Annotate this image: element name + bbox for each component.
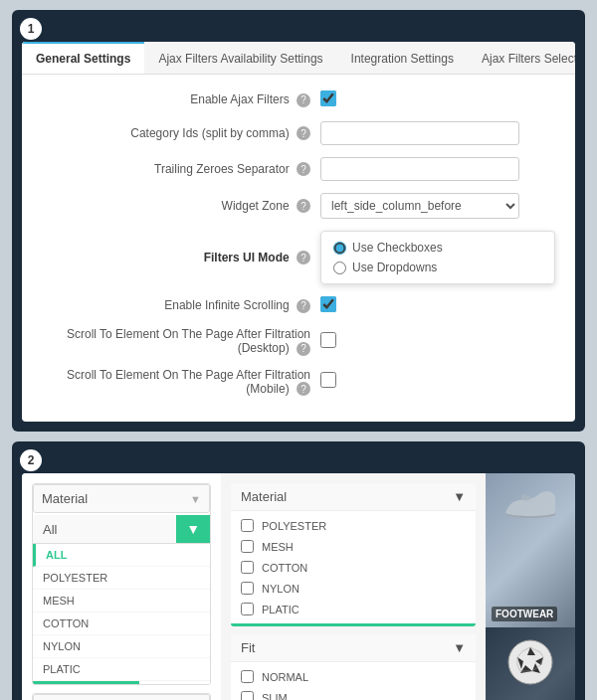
material-cb-polyester: POLYESTER [231, 515, 476, 536]
fit-checkbox-block: Fit ▼ NORMAL SLIM [231, 634, 476, 700]
fit-checkbox-list: NORMAL SLIM [231, 662, 476, 700]
section2-container: 2 Material ▼ All ▼ ALL POLYESTER [12, 441, 585, 700]
step1-badge: 1 [20, 18, 42, 40]
material-cb-platic: PLATIC [231, 599, 476, 619]
scroll-mobile-label: Scroll To Element On The Page After Filt… [42, 368, 320, 397]
settings-form: Enable Ajax Filters ? Category Ids (spli… [22, 75, 575, 412]
trailing-zeroes-control [320, 157, 555, 181]
material-dropdown-items: ALL POLYESTER MESH COTTON NYLON PLATIC [33, 544, 210, 684]
scroll-desktop-row: Scroll To Element On The Page After Filt… [42, 321, 555, 362]
material-checkbox-block: Material ▼ POLYESTER MESH [231, 483, 476, 626]
filters-ui-control: Use Checkboxes Use Dropdowns [320, 231, 555, 284]
fit-checkbox-chevron: ▼ [453, 640, 466, 655]
infinite-scrolling-help-icon[interactable]: ? [297, 299, 310, 313]
trailing-zeroes-input[interactable] [320, 157, 519, 181]
scroll-mobile-control [320, 372, 555, 391]
fit-cb-slim: SLIM [231, 687, 476, 700]
category-ids-help-icon[interactable]: ? [297, 126, 310, 140]
right-panel: Material ▼ POLYESTER MESH [221, 473, 486, 700]
tab-ajax-selectors[interactable]: Ajax Filters Selectors Settings [468, 42, 575, 74]
category-ids-label: Category Ids (split by comma) ? [42, 126, 320, 141]
material-item-mesh[interactable]: MESH [33, 590, 210, 612]
use-dropdowns-radio[interactable] [333, 262, 346, 274]
trailing-zeroes-help-icon[interactable]: ? [297, 162, 310, 176]
filters-ui-label: Filters UI Mode ? [42, 251, 320, 265]
infinite-scrolling-row: Enable Infinite Scrolling ? [42, 290, 555, 321]
use-dropdowns-row: Use Dropdowns [333, 258, 542, 277]
widget-zone-select[interactable]: left_side_column_before [320, 193, 519, 219]
scroll-mobile-row: Scroll To Element On The Page After Filt… [42, 362, 555, 403]
svg-point-0 [508, 640, 552, 684]
tab-integration[interactable]: Integration Settings [337, 42, 468, 74]
widget-zone-control: left_side_column_before [320, 193, 555, 219]
material-dropdown-btn[interactable]: ▼ [176, 515, 210, 543]
footwear-image-block: FOOTWEAR [486, 473, 575, 627]
material-green-line [33, 681, 139, 684]
enable-ajax-control [320, 90, 555, 109]
balls-image-block: BALLS [486, 627, 575, 700]
material-item-nylon[interactable]: NYLON [33, 635, 210, 658]
material-cb-polyester-input[interactable] [241, 519, 254, 532]
fit-cb-normal-input[interactable] [241, 670, 254, 683]
filters-ui-row: Filters UI Mode ? Use Checkboxes Use Dro… [42, 225, 555, 290]
use-checkboxes-radio[interactable] [333, 242, 346, 255]
section2-inner: Material ▼ All ▼ ALL POLYESTER MESH COTT… [22, 473, 575, 700]
widget-zone-row: Widget Zone ? left_side_column_before [42, 187, 555, 225]
scroll-desktop-label: Scroll To Element On The Page After Filt… [42, 327, 320, 356]
infinite-scrolling-checkbox[interactable] [320, 296, 336, 312]
material-checkbox-chevron: ▼ [453, 489, 466, 504]
infinite-scrolling-control [320, 296, 555, 315]
tab-ajax-availability[interactable]: Ajax Filters Availability Settings [144, 42, 336, 74]
far-right-panel: FOOTWEAR BALLS [486, 473, 575, 700]
enable-ajax-row: Enable Ajax Filters ? [42, 85, 555, 115]
shoe-icon [500, 478, 560, 528]
tab-general-settings[interactable]: General Settings [22, 42, 144, 74]
fit-cb-normal: NORMAL [231, 666, 476, 687]
scroll-desktop-checkbox[interactable] [320, 332, 336, 348]
fit-cb-slim-input[interactable] [241, 691, 254, 700]
trailing-zeroes-row: Trailing Zeroes Separator ? [42, 151, 555, 187]
filters-ui-help-icon[interactable]: ? [297, 251, 310, 264]
material-checkbox-list: POLYESTER MESH COTTON NYLON [231, 511, 476, 626]
material-checkbox-header[interactable]: Material ▼ [231, 483, 476, 511]
left-panel: Material ▼ All ▼ ALL POLYESTER MESH COTT… [22, 473, 221, 700]
category-ids-row: Category Ids (split by comma) ? [42, 115, 555, 151]
enable-ajax-checkbox[interactable] [320, 90, 336, 106]
material-cb-nylon: NYLON [231, 578, 476, 599]
use-checkboxes-row: Use Checkboxes [333, 238, 542, 258]
material-filter-header[interactable]: Material ▼ [33, 484, 210, 513]
fit-filter-header[interactable]: Fit ▼ [33, 694, 210, 700]
material-cb-nylon-input[interactable] [241, 582, 254, 595]
material-item-platic[interactable]: PLATIC [33, 658, 210, 681]
material-selected-text: All [33, 516, 176, 543]
step2-badge: 2 [20, 449, 42, 471]
trailing-zeroes-label: Trailing Zeroes Separator ? [42, 162, 320, 177]
fit-checkbox-header[interactable]: Fit ▼ [231, 634, 476, 662]
material-cb-platic-input[interactable] [241, 603, 254, 615]
widget-zone-label: Widget Zone ? [42, 199, 320, 214]
scroll-desktop-control [320, 332, 555, 351]
material-cb-mesh-input[interactable] [241, 540, 254, 553]
material-cb-cotton: COTTON [231, 557, 476, 578]
material-item-cotton[interactable]: COTTON [33, 612, 210, 635]
footwear-label: FOOTWEAR [492, 607, 557, 621]
scroll-desktop-help-icon[interactable]: ? [297, 342, 310, 356]
ball-icon [505, 637, 555, 687]
widget-zone-help-icon[interactable]: ? [297, 199, 310, 213]
material-item-all[interactable]: ALL [33, 544, 210, 567]
material-selected-row: All ▼ [33, 515, 210, 544]
category-ids-control [320, 121, 555, 145]
infinite-scrolling-label: Enable Infinite Scrolling ? [42, 298, 320, 313]
material-chevron-icon: ▼ [190, 493, 201, 505]
material-cb-cotton-input[interactable] [241, 561, 254, 574]
material-cb-mesh: MESH [231, 536, 476, 557]
fit-dropdown: Fit ▼ All ▼ [32, 693, 211, 700]
filters-ui-radio-group: Use Checkboxes Use Dropdowns [320, 231, 555, 284]
scroll-mobile-help-icon[interactable]: ? [297, 382, 310, 396]
enable-ajax-help-icon[interactable]: ? [297, 93, 310, 107]
section1-inner: General Settings Ajax Filters Availabili… [22, 42, 575, 422]
material-item-polyester[interactable]: POLYESTER [33, 567, 210, 590]
material-dropdown-open: Material ▼ All ▼ ALL POLYESTER MESH COTT… [32, 483, 211, 685]
category-ids-input[interactable] [320, 121, 519, 145]
scroll-mobile-checkbox[interactable] [320, 372, 336, 388]
